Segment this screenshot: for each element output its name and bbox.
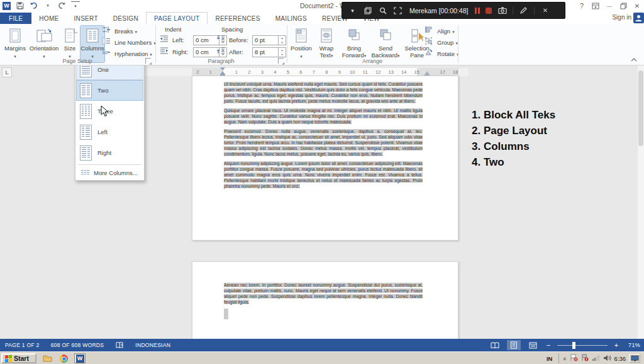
read-mode-button[interactable] [488, 340, 502, 350]
zoom-in-button[interactable] [613, 340, 620, 350]
send-backward-button[interactable]: Send Backward [370, 26, 401, 62]
tab-stop-selector[interactable] [2, 67, 12, 77]
taskbar: Start IN [0, 351, 644, 364]
bring-forward-label: Bring Forward [340, 45, 369, 59]
align-button[interactable]: Align [425, 26, 457, 36]
spacing-after-stepper[interactable] [279, 47, 286, 57]
pause-recording-button[interactable] [475, 8, 480, 14]
group-arrange: Position Wrap Text Bring Forward Send Ba… [287, 24, 457, 65]
position-button[interactable]: Position [289, 26, 313, 62]
document-page-2[interactable]: Aenean nec lorem. In porttitor. Donec la… [192, 261, 458, 339]
hyphenation-button[interactable]: bc̄ Hyphenation [102, 49, 155, 59]
word-count[interactable]: 608 OF 608 WORDS [51, 342, 104, 348]
annotation-step-3: 3. Columns [472, 139, 555, 154]
zoom-out-button[interactable] [545, 340, 552, 350]
line-numbers-button[interactable]: Line Numbers [102, 38, 155, 47]
more-columns-menu-item[interactable]: More Columns... [76, 166, 143, 179]
close-button[interactable] [631, 1, 643, 11]
spacing-after-icon [216, 47, 227, 57]
recorder-magnifier-icon[interactable] [378, 6, 387, 15]
zoom-slider-thumb[interactable] [572, 342, 575, 349]
indent-right-input[interactable] [193, 47, 219, 57]
customize-qat-button[interactable] [71, 1, 80, 10]
recorder-close-icon[interactable] [540, 6, 550, 15]
spacing-before-input[interactable] [252, 35, 279, 45]
proofing-status-icon[interactable] [115, 340, 124, 350]
help-button[interactable] [576, 1, 587, 11]
tab-references[interactable]: REFERENCES [208, 13, 267, 24]
collapse-ribbon-button[interactable] [630, 57, 639, 63]
print-layout-button[interactable] [507, 340, 521, 350]
save-button[interactable] [16, 1, 25, 10]
word-taskbar-icon[interactable] [74, 353, 86, 363]
columns-option-two[interactable]: Two [76, 80, 143, 101]
tab-mailings[interactable]: MAILINGS [268, 13, 314, 24]
paragraph-dialog-launcher[interactable] [278, 58, 284, 64]
bring-forward-button[interactable]: Bring Forward [340, 26, 369, 62]
status-bar: PAGE 1 OF 2 608 OF 608 WORDS INDONESIAN … [0, 339, 644, 351]
hyphenation-dropdown-arrow [150, 50, 152, 57]
selection-end-mark [224, 309, 228, 319]
breaks-button[interactable]: Breaks [102, 26, 155, 36]
user-avatar-icon[interactable] [633, 13, 644, 23]
volume-icon[interactable] [603, 355, 611, 363]
rotate-button[interactable]: Rotate [425, 49, 457, 59]
redo-button[interactable] [57, 1, 66, 10]
minimize-button[interactable] [604, 1, 615, 11]
scrollbar-thumb[interactable] [638, 71, 643, 146]
tab-insert[interactable]: INSERT [67, 13, 106, 24]
columns-option-three[interactable]: Three [76, 101, 143, 122]
orientation-button[interactable]: Orientation [29, 26, 59, 62]
restore-button[interactable] [618, 1, 629, 11]
columns-button[interactable]: Columns [80, 26, 104, 62]
columns-option-one[interactable]: One [76, 65, 143, 80]
language-indicator[interactable]: INDONESIAN [135, 342, 170, 348]
recorder-pencil-icon[interactable] [519, 6, 528, 15]
security-alert-icon[interactable] [581, 354, 589, 363]
chrome-taskbar-icon[interactable] [58, 353, 69, 363]
tray-language-indicator[interactable]: IN [544, 355, 555, 362]
annotation-step-1: 1. Block All Teks [472, 107, 555, 123]
undo-dropdown-arrow[interactable] [43, 1, 52, 10]
margins-button[interactable]: Margins [3, 26, 28, 62]
spacing-after-input[interactable] [252, 47, 279, 57]
start-button[interactable]: Start [1, 353, 36, 363]
size-button[interactable]: Size [60, 26, 79, 62]
ribbon-display-options-button[interactable] [590, 1, 601, 11]
vertical-scrollbar[interactable] [638, 65, 644, 339]
tab-design[interactable]: DESIGN [106, 13, 146, 24]
wrap-text-button[interactable]: Wrap Text [314, 26, 338, 62]
columns-option-left[interactable]: Left [76, 122, 143, 142]
recorder-window-icon[interactable] [363, 6, 372, 15]
page-setup-dialog-launcher[interactable] [145, 58, 151, 64]
stop-recording-button[interactable] [486, 8, 492, 14]
recorder-camera-icon[interactable] [497, 6, 507, 15]
document-page-1[interactable]: Ut tincidunt volutpat urna. Mauris eleif… [192, 76, 458, 241]
tab-home[interactable]: HOME [31, 13, 66, 24]
breaks-icon [102, 26, 113, 37]
action-center-icon[interactable] [570, 354, 578, 363]
spacing-before-stepper[interactable] [279, 35, 286, 45]
more-columns-icon [81, 170, 89, 176]
hidden-icons-chevron[interactable] [563, 355, 566, 362]
sign-in-link[interactable]: Sign in [612, 14, 631, 21]
folder-taskbar-icon[interactable] [42, 353, 53, 363]
tab-file[interactable]: FILE [0, 13, 31, 24]
web-layout-button[interactable] [526, 340, 540, 350]
zoom-level[interactable]: 71% [625, 342, 640, 348]
indent-left-input[interactable] [193, 35, 219, 45]
columns-option-right[interactable]: Right [76, 142, 143, 163]
windows-flag-icon [5, 355, 12, 362]
page-indicator[interactable]: PAGE 1 OF 2 [5, 342, 40, 348]
recorder-region-icon[interactable] [393, 6, 402, 15]
undo-button[interactable] [30, 1, 38, 10]
show-desktop-icon[interactable] [629, 354, 640, 363]
columns-dropdown-menu: One Two Three Left Right More Columns. [75, 65, 145, 181]
clock[interactable]: 6:36 [614, 355, 626, 362]
right-indent-marker[interactable] [424, 71, 430, 76]
zoom-slider[interactable] [557, 340, 608, 350]
network-icon[interactable] [592, 355, 600, 363]
group-button[interactable]: Group [425, 38, 457, 47]
recorder-dropdown-icon[interactable] [348, 6, 357, 15]
tab-page-layout[interactable]: PAGE LAYOUT [146, 12, 208, 24]
